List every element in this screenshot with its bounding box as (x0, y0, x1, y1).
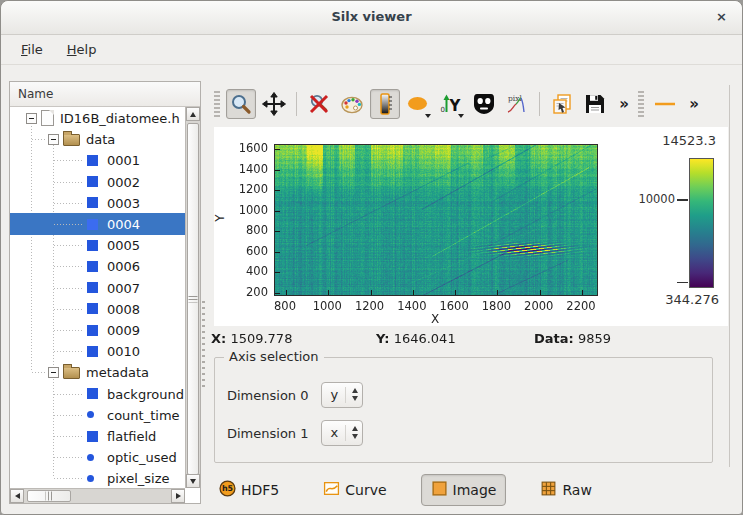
aggregation-mode-button[interactable] (403, 89, 433, 119)
tree-item-0003[interactable]: 0003 (10, 192, 185, 214)
vertical-scroll-thumb[interactable] (187, 123, 199, 475)
tree-guide-stub (54, 436, 84, 437)
zoom-mode-button[interactable] (226, 89, 256, 119)
tree-item-0006[interactable]: 0006 (10, 255, 185, 277)
cursor-position-row: X: 1509.778 Y: 1646.041 Data: 9859 (211, 331, 731, 349)
tree-item-0010[interactable]: 0010 (10, 340, 185, 362)
gradient-bar-icon (373, 92, 397, 116)
colorbar-gradient[interactable] (689, 158, 714, 288)
view-tab-label: HDF5 (241, 482, 279, 498)
toolbar-overflow-button[interactable]: » (613, 89, 635, 119)
tree-item-label: 0001 (107, 153, 140, 168)
tree-item-flatfield[interactable]: flatfield (10, 425, 185, 447)
view-tab-raw[interactable]: Raw (530, 474, 601, 506)
x-tick-label: 1800 (482, 299, 511, 313)
tree-item-data[interactable]: data (10, 128, 185, 150)
y-axis-label: Y (213, 214, 227, 221)
y-tick-mark (275, 293, 280, 294)
profile-horizontal-line-button[interactable] (650, 89, 680, 119)
x-tick-mark (413, 290, 414, 295)
tree-item-0002[interactable]: 0002 (10, 171, 185, 193)
tree-item-0005[interactable]: 0005 (10, 234, 185, 256)
tree-vertical-scrollbar[interactable] (185, 107, 200, 488)
scroll-left-button[interactable] (10, 489, 24, 503)
tree-item-id16b-diatomee-h[interactable]: ID16B_diatomee.h (10, 107, 185, 129)
dropdown-caret-icon (458, 114, 464, 118)
spinner-arrows-icon[interactable] (352, 426, 358, 439)
tree-expander-icon[interactable] (26, 113, 37, 124)
x-tick-mark (286, 290, 287, 295)
y-tick-label: 400 (226, 264, 268, 278)
copy-icon (550, 92, 574, 116)
close-icon[interactable]: × (713, 9, 730, 24)
y-axis-orientation-button[interactable]: 0Y (436, 89, 466, 119)
scroll-right-button[interactable] (171, 489, 185, 503)
colorbar-toggle-button[interactable] (370, 89, 400, 119)
toolbar-handle[interactable] (214, 91, 220, 117)
raw-icon (540, 480, 557, 500)
reset-zoom-button[interactable] (304, 89, 334, 119)
tree-horizontal-scrollbar[interactable] (10, 488, 185, 503)
menu-help[interactable]: Help (55, 38, 109, 61)
tree-guide-stub (54, 457, 84, 458)
scroll-down-button[interactable] (186, 474, 200, 488)
tree-viewport[interactable]: ID16B_diatomee.hdata00010002000300040005… (10, 107, 185, 488)
view-tab-curve[interactable]: Curve (313, 474, 396, 506)
tree-item-metadata[interactable]: metadata (10, 361, 185, 383)
dimension-1-select[interactable]: x (321, 420, 363, 446)
mask-tool-button[interactable] (469, 89, 499, 119)
toolbar-handle[interactable] (638, 91, 644, 117)
tree-item-count-time[interactable]: count_time (10, 404, 185, 426)
spinner-arrows-icon[interactable] (352, 388, 358, 401)
horizontal-scroll-thumb[interactable] (27, 490, 71, 502)
tree-guide-stub (54, 182, 84, 183)
image-plot-canvas[interactable] (275, 145, 597, 295)
view-tab-label: Image (453, 482, 497, 498)
tree-header-name[interactable]: Name (10, 82, 200, 107)
magnifier-red-x-icon (307, 92, 331, 116)
tree-item-0001[interactable]: 0001 (10, 149, 185, 171)
tree-guide-stub (54, 288, 84, 289)
view-tab-image[interactable]: Image (421, 474, 507, 506)
x-tick-label: 1000 (313, 299, 342, 313)
tree-item-label: background (107, 386, 184, 401)
window-title: Silx viewer (1, 9, 742, 24)
colorbar-max-label: 14523.3 (644, 133, 716, 148)
y-tick-label: 800 (226, 223, 268, 237)
intensity-histogram-button[interactable]: pixl (502, 89, 532, 119)
tree-expander-icon[interactable] (48, 134, 59, 145)
svg-text:Y: Y (449, 97, 462, 115)
tree-item-0009[interactable]: 0009 (10, 319, 185, 341)
app-window: Silx viewer × FileHelp Name ID16B_diatom… (0, 0, 743, 515)
scroll-up-button[interactable] (186, 107, 200, 121)
y-tick-label: 1600 (226, 141, 268, 155)
tree-item-label: 0008 (107, 301, 140, 316)
view-tab-hdf5[interactable]: h5HDF5 (209, 474, 289, 506)
save-plot-button[interactable] (580, 89, 610, 119)
x-tick-mark (328, 290, 329, 295)
dimension-0-select[interactable]: y (321, 382, 363, 408)
tree-item-0007[interactable]: 0007 (10, 277, 185, 299)
dataset-icon (87, 155, 98, 166)
menu-file[interactable]: File (9, 38, 55, 61)
profile-overflow-button[interactable]: » (683, 89, 705, 119)
tree-item-0008[interactable]: 0008 (10, 298, 185, 320)
tree-item-optic-used[interactable]: optic_used (10, 446, 185, 468)
cursor-x: X: 1509.778 (211, 331, 292, 346)
tree-expander-icon[interactable] (48, 367, 59, 378)
copy-plot-button[interactable] (547, 89, 577, 119)
tree-item-background[interactable]: background (10, 383, 185, 405)
x-tick-label: 800 (274, 299, 296, 313)
dataset-icon (87, 431, 98, 442)
tree-item-0004[interactable]: 0004 (10, 213, 185, 235)
orange-ellipse-icon (406, 92, 430, 116)
pan-mode-button[interactable] (259, 89, 289, 119)
tree-item-pixel-size[interactable]: pixel_size (10, 467, 185, 488)
panel-splitter-handle[interactable] (202, 301, 205, 391)
title-bar[interactable]: Silx viewer × (1, 1, 742, 35)
colormap-button[interactable] (337, 89, 367, 119)
y-axis-arrow-icon: 0Y (439, 92, 463, 116)
chevrons-icon: » (686, 95, 702, 113)
tree-guide-stub (54, 309, 84, 310)
tree-item-label: 0006 (107, 259, 140, 274)
